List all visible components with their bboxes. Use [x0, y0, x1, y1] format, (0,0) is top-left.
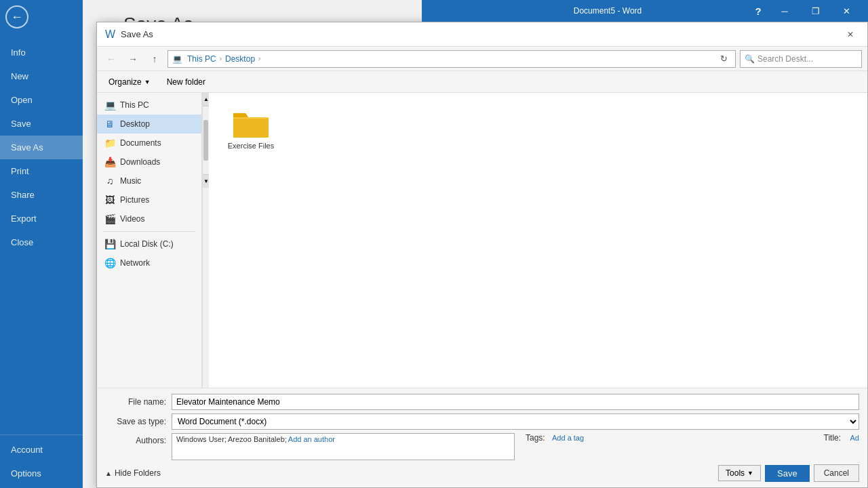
documents-icon: 📁	[104, 137, 116, 149]
sidebar-item-open[interactable]: Open	[0, 88, 83, 112]
network-icon: 🌐	[104, 257, 116, 269]
word-title-text: Document5 - Word	[574, 6, 642, 16]
nav-item-music[interactable]: ♫ Music	[97, 171, 201, 190]
new-folder-button[interactable]: New folder	[162, 75, 210, 89]
address-bar[interactable]: 💻 This PC › Desktop › ↻	[167, 50, 736, 68]
chevron-up-icon: ▲	[105, 470, 112, 477]
nav-back-button[interactable]: ←	[102, 50, 120, 68]
pc-mini-icon: 💻	[172, 54, 182, 64]
folder-label: Exercise Files	[228, 142, 274, 150]
dialog-subtoolbar: Organize ▼ New folder	[97, 71, 867, 93]
nav-item-pictures[interactable]: 🖼 Pictures	[97, 190, 201, 209]
music-icon: ♫	[104, 175, 116, 187]
footer-actions: ▲ Hide Folders Tools ▼ Save Cancel	[105, 464, 859, 482]
nav-item-downloads[interactable]: 📥 Downloads	[97, 152, 201, 171]
filename-input[interactable]	[172, 394, 859, 410]
dialog-toolbar: ← → ↑ 💻 This PC › Desktop › ↻	[97, 47, 867, 71]
nav-item-desktop[interactable]: 🖥 Desktop	[97, 115, 201, 134]
sidebar-item-print[interactable]: Print	[0, 159, 83, 183]
tools-button[interactable]: Tools ▼	[718, 465, 761, 481]
dialog-titlebar: W Save As ✕	[97, 22, 867, 47]
main-content: Save As OneDrive - Personal OneDrive - P…	[83, 0, 868, 488]
dialog-overlay: W Save As ✕ ← → ↑ 💻 This PC	[83, 0, 868, 488]
nav-label-videos: Videos	[120, 214, 144, 224]
save-as-area: Save As OneDrive - Personal OneDrive - P…	[83, 0, 868, 488]
desktop-icon: 🖥	[104, 118, 116, 130]
nav-item-network[interactable]: 🌐 Network	[97, 253, 201, 272]
sidebar-item-export[interactable]: Export	[0, 207, 83, 230]
sidebar-menu: Info New Open Save Save As Print Share E…	[0, 41, 83, 434]
new-folder-label: New folder	[167, 77, 205, 87]
tools-label: Tools	[726, 468, 745, 478]
nav-label-network: Network	[120, 258, 150, 268]
sidebar-item-close[interactable]: Close	[0, 230, 83, 254]
nav-label-documents: Documents	[120, 138, 161, 148]
dialog-footer: File name: Save as type: Word Document (…	[97, 388, 867, 487]
hide-folders-button[interactable]: ▲ Hide Folders	[105, 468, 161, 478]
restore-button[interactable]: ❐	[800, 0, 831, 22]
close-button[interactable]: ✕	[831, 0, 863, 22]
nav-label-localdisk: Local Disk (C:)	[120, 239, 174, 249]
sidebar-item-share[interactable]: Share	[0, 183, 83, 207]
hide-folders-label: Hide Folders	[115, 468, 161, 478]
title-add[interactable]: Ad	[850, 434, 859, 442]
organize-dropdown-icon: ▼	[144, 79, 151, 85]
sidebar-item-saveas[interactable]: Save As	[0, 136, 83, 159]
window-controls: ? ─ ❐ ✕	[747, 0, 863, 22]
back-button[interactable]: ←	[0, 0, 34, 34]
savetype-select[interactable]: Word Document (*.docx)	[172, 413, 859, 430]
word-titlebar: Document5 - Word ? ─ ❐ ✕	[422, 0, 868, 22]
savetype-label: Save as type:	[105, 417, 166, 426]
tools-dropdown-icon: ▼	[747, 470, 753, 476]
nav-forward-button[interactable]: →	[124, 50, 142, 68]
search-icon: 🔍	[745, 54, 755, 64]
scroll-thumb[interactable]	[203, 120, 208, 161]
localdisk-icon: 💾	[104, 238, 116, 250]
folder-exercise-files[interactable]: Exercise Files	[217, 101, 285, 155]
refresh-button[interactable]: ↻	[716, 52, 731, 66]
dialog-titlebar-controls: ✕	[842, 26, 859, 43]
save-button[interactable]: Save	[765, 465, 810, 482]
pictures-icon: 🖼	[104, 194, 116, 206]
cancel-button[interactable]: Cancel	[814, 464, 859, 482]
sidebar-item-info[interactable]: Info	[0, 41, 83, 64]
search-box[interactable]: 🔍 Search Deskt...	[740, 50, 862, 68]
nav-divider	[102, 231, 196, 232]
help-button[interactable]: ?	[747, 0, 769, 22]
organize-label: Organize	[108, 77, 142, 87]
nav-item-thispc[interactable]: 💻 This PC	[97, 96, 201, 115]
folder-large-icon	[231, 106, 271, 140]
title-label: Title:	[824, 433, 848, 443]
breadcrumb-desktop[interactable]: Desktop	[223, 54, 257, 64]
nav-item-documents[interactable]: 📁 Documents	[97, 134, 201, 152]
footer-right-buttons: Tools ▼ Save Cancel	[718, 464, 859, 482]
nav-panel-container: 💻 This PC 🖥 Desktop 📁 Documents	[97, 93, 209, 388]
nav-label-desktop: Desktop	[120, 119, 150, 129]
nav-item-videos[interactable]: 🎬 Videos	[97, 209, 201, 228]
sidebar-item-save[interactable]: Save	[0, 112, 83, 136]
search-placeholder: Search Deskt...	[757, 54, 813, 64]
authors-field[interactable]: Windows User; Arezoo Banitaleb; Add an a…	[172, 433, 515, 460]
sidebar-item-new[interactable]: New	[0, 64, 83, 88]
nav-item-localdisk[interactable]: 💾 Local Disk (C:)	[97, 235, 201, 253]
authors-row: Authors: Windows User; Arezoo Banitaleb;…	[105, 433, 859, 460]
dialog-close-button[interactable]: ✕	[842, 26, 859, 43]
nav-up-button[interactable]: ↑	[146, 50, 163, 68]
sidebar-item-options[interactable]: Options	[0, 462, 83, 485]
files-panel: Exercise Files	[209, 93, 867, 388]
downloads-icon: 📥	[104, 156, 116, 168]
organize-button[interactable]: Organize ▼	[104, 75, 155, 89]
back-icon: ←	[5, 5, 28, 28]
sidebar-item-account[interactable]: Account	[0, 438, 83, 462]
nav-panel: 💻 This PC 🖥 Desktop 📁 Documents	[97, 93, 202, 388]
authors-label: Authors:	[105, 436, 166, 445]
tags-add[interactable]: Add a tag	[552, 434, 584, 442]
breadcrumb-thispc[interactable]: This PC	[185, 54, 218, 64]
sidebar-bottom: Account Options	[0, 434, 83, 488]
minimize-button[interactable]: ─	[769, 0, 800, 22]
tags-label: Tags:	[526, 433, 549, 443]
dialog-body: 💻 This PC 🖥 Desktop 📁 Documents	[97, 93, 867, 388]
nav-scrollbar[interactable]: ▲ ▼	[202, 93, 209, 388]
savetype-row: Save as type: Word Document (*.docx)	[105, 413, 859, 430]
breadcrumb: This PC › Desktop ›	[185, 54, 260, 64]
